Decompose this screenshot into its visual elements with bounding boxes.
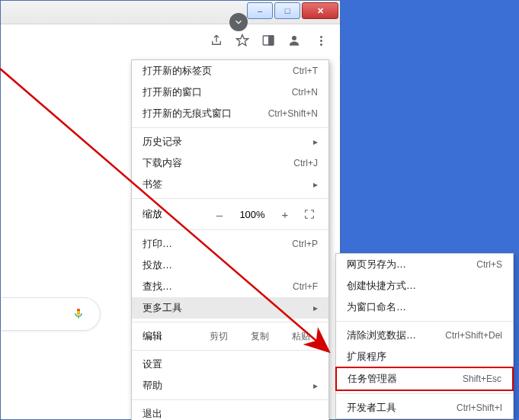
microphone-icon[interactable] <box>72 305 85 324</box>
svg-marker-0 <box>237 35 248 46</box>
edit-copy[interactable]: 复制 <box>243 330 277 343</box>
menu-shortcut: Ctrl+Shift+I <box>457 402 502 413</box>
submenu-extensions[interactable]: 扩展程序 <box>336 346 513 367</box>
menu-shortcut: Shift+Esc <box>463 374 501 384</box>
menu-new-incognito[interactable]: 打开新的无痕式窗口 Ctrl+Shift+N <box>132 103 328 124</box>
chevron-right-icon: ▸ <box>313 380 318 391</box>
menu-label: 任务管理器 <box>348 372 457 386</box>
menu-label: 帮助 <box>143 379 307 393</box>
menu-shortcut: Ctrl+P <box>292 239 318 249</box>
menu-downloads[interactable]: 下载内容 Ctrl+J <box>132 152 328 174</box>
menu-label: 打开新的窗口 <box>143 85 286 99</box>
menu-label: 清除浏览数据… <box>347 329 439 342</box>
menu-label: 更多工具 <box>143 301 307 315</box>
menu-label: 创建快捷方式… <box>347 279 502 293</box>
menu-separator <box>132 399 328 400</box>
chevron-right-icon: ▸ <box>313 179 318 190</box>
chrome-main-menu: 打开新的标签页 Ctrl+T 打开新的窗口 Ctrl+N 打开新的无痕式窗口 C… <box>131 59 329 420</box>
submenu-clear-data[interactable]: 清除浏览数据… Ctrl+Shift+Del <box>336 325 513 346</box>
menu-shortcut: Ctrl+Shift+Del <box>445 330 502 341</box>
menu-label: 投放… <box>143 258 318 272</box>
menu-separator <box>132 350 328 351</box>
edit-paste[interactable]: 粘贴 <box>284 330 318 343</box>
chevron-right-icon: ▸ <box>313 303 318 313</box>
menu-separator <box>336 321 513 322</box>
menu-shortcut: Ctrl+F <box>293 281 318 292</box>
menu-shortcut: Ctrl+T <box>293 66 318 76</box>
menu-cast[interactable]: 投放… <box>132 255 328 276</box>
chevron-right-icon: ▸ <box>313 136 318 147</box>
search-box[interactable] <box>2 297 101 331</box>
menu-help[interactable]: 帮助 ▸ <box>132 375 328 396</box>
menu-shortcut: Ctrl+N <box>292 87 318 98</box>
menu-more-tools[interactable]: 更多工具 ▸ <box>132 297 328 319</box>
menu-label: 下载内容 <box>143 156 287 170</box>
menu-label: 为窗口命名… <box>347 300 502 314</box>
window-title-bar: – □ ✕ <box>1 1 340 24</box>
menu-new-tab[interactable]: 打开新的标签页 Ctrl+T <box>132 60 328 82</box>
submenu-dev-tools[interactable]: 开发者工具 Ctrl+Shift+I <box>336 397 513 418</box>
menu-find[interactable]: 查找… Ctrl+F <box>132 276 328 297</box>
menu-separator <box>132 198 328 199</box>
menu-label: 退出 <box>143 407 318 420</box>
menu-label: 设置 <box>143 357 318 371</box>
menu-label: 开发者工具 <box>347 401 450 415</box>
menu-shortcut: Ctrl+Shift+N <box>268 108 318 119</box>
menu-label: 扩展程序 <box>347 350 502 364</box>
menu-separator <box>132 127 328 128</box>
menu-label: 打开新的无痕式窗口 <box>143 107 262 120</box>
menu-shortcut: Ctrl+S <box>476 259 502 270</box>
menu-label: 书签 <box>143 178 307 191</box>
menu-label: 历史记录 <box>143 135 307 149</box>
menu-label: 打印… <box>143 237 286 251</box>
svg-point-3 <box>292 36 296 40</box>
menu-separator <box>132 322 328 322</box>
submenu-save-page[interactable]: 网页另存为… Ctrl+S <box>336 254 513 275</box>
menu-zoom: 缩放 – 100% + <box>132 202 328 226</box>
menu-label: 打开新的标签页 <box>143 64 287 78</box>
menu-new-window[interactable]: 打开新的窗口 Ctrl+N <box>132 82 328 103</box>
menu-print[interactable]: 打印… Ctrl+P <box>132 233 328 255</box>
avatar-icon[interactable] <box>287 33 302 48</box>
svg-rect-2 <box>269 36 274 45</box>
star-icon[interactable] <box>235 33 250 48</box>
menu-bookmarks[interactable]: 书签 ▸ <box>132 174 328 195</box>
chevron-down-icon[interactable] <box>229 13 248 31</box>
menu-separator <box>336 393 513 394</box>
more-tools-submenu: 网页另存为… Ctrl+S 创建快捷方式… 为窗口命名… 清除浏览数据… Ctr… <box>335 253 514 419</box>
minimize-button[interactable]: – <box>247 2 273 19</box>
submenu-name-window[interactable]: 为窗口命名… <box>336 297 513 318</box>
menu-edit: 编辑 剪切 复制 粘贴 <box>132 325 328 347</box>
menu-label: 查找… <box>143 280 287 293</box>
zoom-out-button[interactable]: – <box>211 206 228 223</box>
share-icon[interactable] <box>209 33 224 48</box>
menu-shortcut: Ctrl+J <box>293 158 318 168</box>
menu-label: 编辑 <box>143 329 194 343</box>
side-panel-icon[interactable] <box>261 33 276 48</box>
menu-label: 网页另存为… <box>347 258 470 271</box>
edit-cut[interactable]: 剪切 <box>202 330 235 343</box>
menu-exit[interactable]: 退出 <box>132 403 328 420</box>
zoom-in-button[interactable]: + <box>277 206 293 223</box>
close-button[interactable]: ✕ <box>302 2 338 19</box>
submenu-task-manager[interactable]: 任务管理器 Shift+Esc <box>335 367 514 391</box>
submenu-create-shortcut[interactable]: 创建快捷方式… <box>336 275 513 297</box>
zoom-value: 100% <box>235 209 269 220</box>
menu-history[interactable]: 历史记录 ▸ <box>132 131 328 152</box>
fullscreen-icon[interactable] <box>301 206 318 223</box>
menu-separator <box>132 229 328 230</box>
browser-toolbar <box>1 24 340 57</box>
maximize-button[interactable]: □ <box>274 2 300 19</box>
menu-label: 缩放 <box>143 207 203 221</box>
kebab-menu-icon[interactable] <box>312 32 329 49</box>
menu-settings[interactable]: 设置 <box>132 354 328 375</box>
